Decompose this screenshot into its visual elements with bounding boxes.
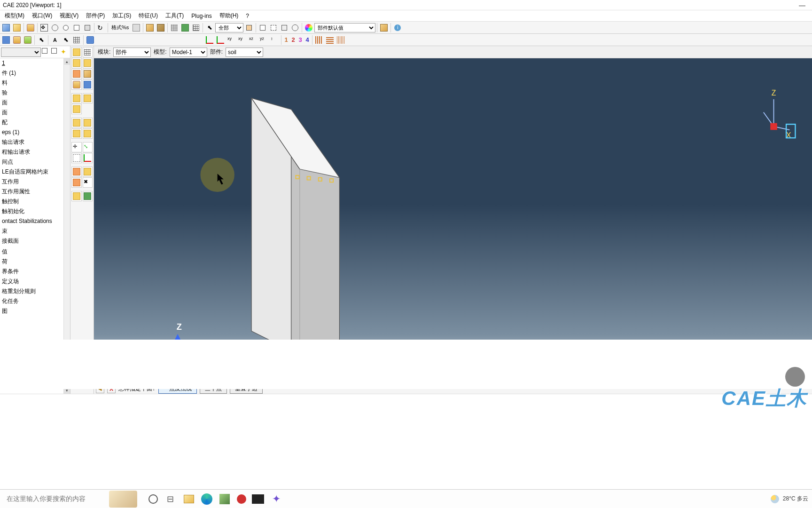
tool-partition-face[interactable]: [71, 118, 82, 128]
edge-button[interactable]: [201, 493, 212, 505]
tree-item[interactable]: 格重划分规则: [0, 286, 70, 296]
opts-button[interactable]: [85, 35, 95, 45]
menu-feature[interactable]: 特征(U): [135, 11, 162, 21]
zoom-button[interactable]: [61, 23, 71, 33]
csys5-button[interactable]: xz: [248, 35, 258, 45]
app-button[interactable]: ✦: [270, 492, 283, 506]
csys6-button[interactable]: yz: [258, 35, 269, 45]
shade-button[interactable]: [156, 23, 166, 33]
grid3-button[interactable]: [71, 35, 82, 45]
tool-partition-cell[interactable]: [71, 128, 82, 139]
view3-button[interactable]: [23, 35, 33, 45]
tree-item[interactable]: 化任务: [0, 296, 70, 306]
menu-shape[interactable]: 加工(S): [109, 11, 135, 21]
tree-copy-button[interactable]: [42, 48, 50, 56]
csys7-button[interactable]: ↕: [269, 35, 280, 45]
file-explorer-button[interactable]: [182, 492, 195, 506]
zoom-box-button[interactable]: [71, 23, 82, 33]
arrow3-button[interactable]: ⬉: [61, 35, 71, 45]
sel5-button[interactable]: [290, 23, 300, 33]
tree-item[interactable]: 互作用: [0, 177, 70, 187]
tree-item[interactable]: eps (1): [0, 127, 70, 137]
record-button[interactable]: [237, 494, 246, 504]
open-button[interactable]: [12, 23, 22, 33]
fit-button[interactable]: [82, 23, 93, 33]
windows-taskbar[interactable]: 在这里输入你要搜索的内容 ⊟ ✦ 28°C 多云: [0, 489, 812, 508]
pan-button[interactable]: ✥: [39, 23, 49, 33]
view1-button[interactable]: [1, 35, 11, 45]
tree-item[interactable]: 验: [0, 88, 70, 98]
tool-datum-csys[interactable]: [83, 153, 93, 163]
model-solid[interactable]: [251, 98, 339, 360]
taskbar-search[interactable]: 在这里输入你要搜索的内容: [4, 492, 107, 506]
tool-shell-extrude[interactable]: [71, 69, 82, 79]
tool-geometry-edit[interactable]: [71, 177, 82, 188]
sel2-button[interactable]: [258, 23, 268, 33]
new-button[interactable]: [1, 23, 11, 33]
tree-item[interactable]: 图: [0, 306, 70, 316]
tool-datum-axis[interactable]: ⤡: [83, 142, 93, 152]
tree-item[interactable]: 接截面: [0, 236, 70, 246]
tool-solid-extrude[interactable]: [71, 58, 82, 68]
menu-whats-this[interactable]: ?: [242, 12, 253, 20]
disp3-button[interactable]: [336, 35, 346, 45]
menu-help[interactable]: 帮助(H): [216, 11, 242, 21]
tree-item[interactable]: 束: [0, 226, 70, 236]
rotate-button[interactable]: [50, 23, 60, 33]
tree-item[interactable]: 互作用属性: [0, 187, 70, 197]
tree-filter-dropdown[interactable]: [1, 48, 41, 57]
sel1-button[interactable]: [244, 23, 254, 33]
abaqus-button[interactable]: [218, 492, 231, 506]
tree-item[interactable]: 输出请求: [0, 137, 70, 147]
menu-model[interactable]: 模型(M): [1, 11, 28, 21]
info-button[interactable]: i: [392, 23, 403, 33]
menu-plugins[interactable]: Plug-ins: [187, 12, 215, 20]
tree-item[interactable]: 界条件: [0, 267, 70, 277]
tool-wire[interactable]: [71, 79, 82, 90]
weather-text[interactable]: 28°C 多云: [783, 495, 808, 503]
select-arrow-button[interactable]: ⬉: [204, 23, 215, 33]
color-default-dropdown[interactable]: 部件默认值: [314, 23, 375, 32]
csys2-button[interactable]: [215, 35, 226, 45]
3d-viewport[interactable]: Z Y X Z X ᗡS: [94, 58, 812, 383]
tool-create-part[interactable]: [71, 47, 82, 57]
disp1-button[interactable]: [314, 35, 324, 45]
model-dropdown[interactable]: Model-1: [170, 48, 207, 57]
tree-item[interactable]: 值: [0, 247, 70, 257]
db-button[interactable]: [25, 23, 36, 33]
tool-cut-extrude[interactable]: [71, 93, 82, 103]
tree-item[interactable]: 面: [0, 108, 70, 118]
sel3-button[interactable]: [268, 23, 279, 33]
layers-button[interactable]: [379, 23, 389, 33]
cycle-views-button[interactable]: ↻: [96, 23, 106, 33]
grid-button[interactable]: [180, 23, 190, 33]
tree-item[interactable]: ontact Stabilizations: [0, 216, 70, 226]
tree-paste-button[interactable]: [51, 48, 60, 56]
cortana-button[interactable]: ⊟: [164, 492, 177, 506]
task-view-button[interactable]: [148, 494, 158, 504]
view-preset-4[interactable]: 4: [304, 36, 311, 43]
system-tray[interactable]: 28°C 多云: [771, 495, 812, 503]
view-preset-3[interactable]: 3: [297, 36, 304, 43]
tool-round[interactable]: [71, 104, 82, 114]
disp2-button[interactable]: [325, 35, 335, 45]
arrow2-button[interactable]: ⬉: [36, 35, 47, 45]
module-dropdown[interactable]: 部件: [113, 48, 151, 57]
viewport-canvas[interactable]: Z Y X Z X: [94, 58, 812, 383]
menu-part[interactable]: 部件(P): [82, 11, 109, 21]
tree-item[interactable]: 荷: [0, 257, 70, 267]
tree-item[interactable]: 料: [0, 78, 70, 88]
csys3-button[interactable]: xy: [226, 35, 236, 45]
tool-repair[interactable]: [83, 167, 93, 177]
tool-partition-edge[interactable]: [83, 118, 93, 128]
tree-item[interactable]: 面: [0, 98, 70, 108]
scroll-up-icon[interactable]: ▴: [64, 58, 70, 65]
persp-button[interactable]: [169, 23, 180, 33]
view2-button[interactable]: [12, 35, 22, 45]
tree-item[interactable]: 件 (1): [0, 68, 70, 78]
menu-tools[interactable]: 工具(T): [162, 11, 187, 21]
view-preset-2[interactable]: 2: [290, 36, 297, 43]
tree-item[interactable]: 触初始化: [0, 206, 70, 216]
csys1-button[interactable]: [204, 35, 215, 45]
view-cube-gizmo[interactable]: Z X: [764, 89, 796, 140]
